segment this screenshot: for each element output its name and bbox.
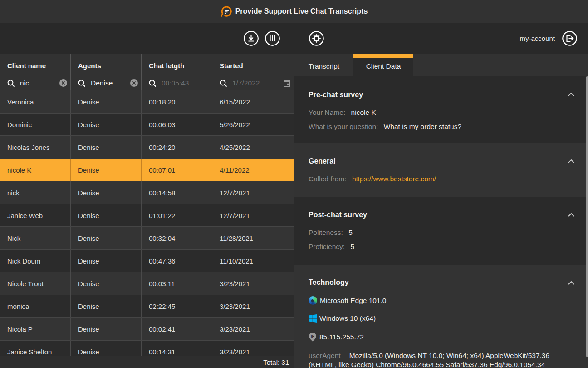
svg-text:IP: IP <box>311 334 314 338</box>
